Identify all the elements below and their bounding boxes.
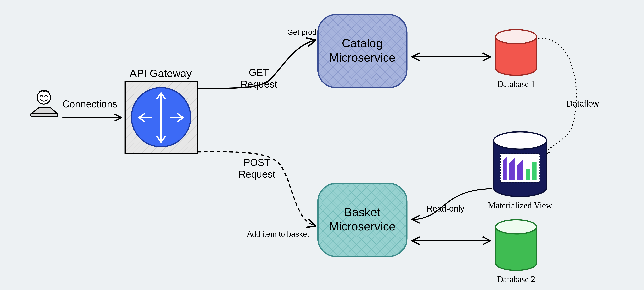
readonly-label: Read-only: [426, 204, 464, 213]
node-database-1: Database 1: [496, 30, 537, 88]
svg-point-23: [494, 132, 546, 149]
post-request-label-1: POST: [244, 157, 270, 168]
edge-connections-label: Connections: [62, 98, 117, 109]
basket-label-1: Basket: [344, 206, 380, 219]
node-database-2: Database 2: [496, 220, 537, 284]
node-basket-microservice: Basket Microservice: [318, 184, 407, 256]
svg-point-22: [496, 30, 537, 44]
database-1-icon: [496, 30, 537, 75]
get-request-label-2: Request: [240, 79, 277, 90]
database-2-icon: [496, 220, 537, 270]
add-item-label: Add item to basket: [247, 230, 309, 238]
gateway-title: API Gateway: [130, 68, 192, 79]
svg-rect-9: [31, 113, 58, 116]
node-catalog-microservice: Catalog Microservice: [318, 14, 407, 88]
svg-marker-25: [502, 157, 507, 180]
catalog-label-1: Catalog: [342, 36, 382, 50]
dataflow-label: Dataflow: [566, 99, 599, 108]
svg-point-31: [496, 220, 537, 234]
database-2-label: Database 2: [497, 274, 535, 284]
materialized-view-label: Materialized View: [488, 200, 552, 210]
database-1-label: Database 1: [497, 79, 535, 89]
get-request-label-1: GET: [249, 67, 269, 78]
svg-rect-28: [526, 169, 530, 180]
materialized-view-icon: [494, 132, 546, 196]
post-request-label-2: Request: [238, 169, 275, 180]
svg-rect-29: [532, 162, 536, 180]
catalog-label-2: Microservice: [329, 51, 396, 64]
svg-point-8: [37, 91, 51, 104]
basket-label-2: Microservice: [329, 220, 396, 233]
